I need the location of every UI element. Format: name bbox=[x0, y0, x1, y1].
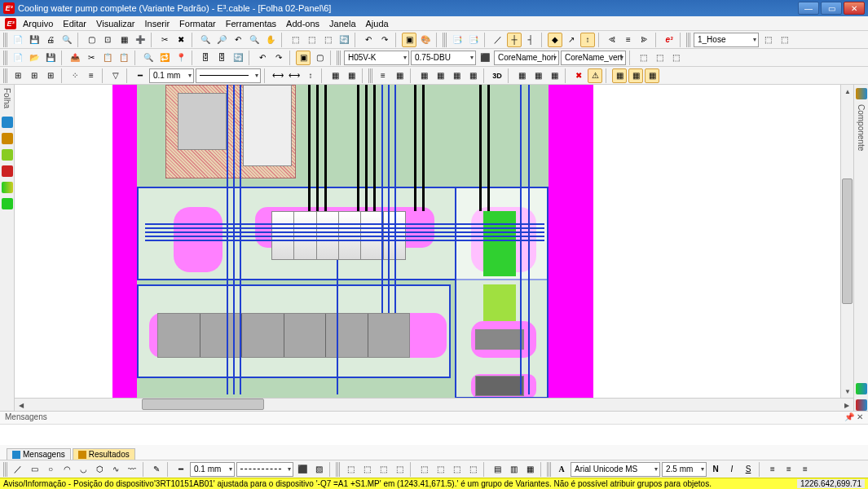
view-c-icon[interactable]: ▦ bbox=[416, 68, 431, 83]
print-preview-icon[interactable]: 🔍 bbox=[59, 33, 74, 47]
hose-b-icon[interactable]: ⬚ bbox=[777, 33, 791, 47]
cut-icon[interactable]: ✂ bbox=[157, 33, 172, 47]
toolbar-grip[interactable] bbox=[337, 51, 341, 65]
scrollbar-vertical[interactable]: ▲ ▼ bbox=[840, 85, 853, 398]
draw-arc-icon[interactable]: ◠ bbox=[59, 462, 74, 477]
line-width-dropdown[interactable]: 0.1 mm bbox=[149, 68, 194, 83]
paste-icon[interactable]: 📋 bbox=[117, 51, 131, 65]
align-c-icon[interactable]: ≡ bbox=[621, 33, 636, 47]
line-weight-icon[interactable]: ━ bbox=[133, 68, 148, 83]
dock-icon-cube-blue[interactable] bbox=[2, 117, 13, 128]
comp-b-icon[interactable]: ▦ bbox=[344, 68, 359, 83]
dim-b-icon[interactable]: ⟷ bbox=[287, 68, 302, 83]
wire-type-dropdown[interactable]: H05V-K bbox=[344, 51, 409, 65]
filter-icon[interactable]: ▽ bbox=[108, 68, 123, 83]
view-f-icon[interactable]: ▦ bbox=[465, 68, 480, 83]
toolbar-grip[interactable] bbox=[368, 68, 372, 83]
mode2-icon[interactable]: ▢ bbox=[312, 51, 327, 65]
dock-icon-cube-green[interactable] bbox=[2, 149, 13, 161]
e3-icon[interactable]: e³ bbox=[662, 33, 676, 47]
menu-janela[interactable]: Janela bbox=[329, 19, 355, 29]
dim-c-icon[interactable]: ↕ bbox=[303, 68, 318, 83]
font-dropdown[interactable]: Arial Unicode MS bbox=[571, 462, 660, 477]
undo-icon[interactable]: ↶ bbox=[361, 33, 376, 47]
scroll-up-icon[interactable]: ▲ bbox=[841, 85, 854, 98]
view-e-icon[interactable]: ▦ bbox=[449, 68, 464, 83]
dock-icon-3[interactable] bbox=[856, 399, 867, 411]
dock-icon-cube-red[interactable] bbox=[2, 165, 13, 177]
messages-close-icon[interactable]: ✕ bbox=[857, 412, 863, 421]
grid-c-icon[interactable]: ⊞ bbox=[43, 68, 58, 83]
group-a-icon[interactable]: ⬚ bbox=[343, 462, 358, 477]
edit-icon[interactable]: ✎ bbox=[149, 462, 164, 477]
draw-poly-icon[interactable]: ⬡ bbox=[92, 462, 107, 477]
wire-tool-c-icon[interactable]: ⬚ bbox=[668, 51, 683, 65]
cut2-icon[interactable]: ✂ bbox=[84, 51, 99, 65]
grid-b-icon[interactable]: ⊞ bbox=[27, 68, 42, 83]
bottom-line-style-dropdown[interactable] bbox=[236, 462, 293, 477]
line-icon[interactable]: ／ bbox=[491, 33, 505, 47]
print-icon[interactable]: 🖨 bbox=[43, 33, 58, 47]
right-dock-label[interactable]: Componente bbox=[857, 104, 866, 151]
toolbar-grip[interactable] bbox=[3, 68, 7, 83]
db-icon[interactable]: 🗄 bbox=[198, 51, 213, 65]
font-size-dropdown[interactable]: 2.5 mm bbox=[662, 462, 707, 477]
replace-icon[interactable]: 🔁 bbox=[157, 51, 172, 65]
dock-icon-comp[interactable] bbox=[856, 88, 867, 99]
select-mode-icon[interactable]: ▣ bbox=[402, 33, 416, 47]
file-save-icon[interactable]: 💾 bbox=[43, 51, 58, 65]
opt-c-icon[interactable]: ▦ bbox=[645, 68, 659, 83]
scroll-right-icon[interactable]: ▶ bbox=[840, 399, 853, 412]
order-a-icon[interactable]: ▤ bbox=[490, 462, 504, 477]
connector-icon[interactable]: ┼ bbox=[507, 33, 522, 47]
menu-arquivo[interactable]: Arquivo bbox=[23, 19, 53, 29]
scrollbar-horizontal[interactable]: ◀ ▶ bbox=[15, 398, 853, 411]
color-swatch-icon[interactable]: ⬛ bbox=[295, 462, 310, 477]
draw-circle-icon[interactable]: ○ bbox=[43, 462, 58, 477]
export-icon[interactable]: 📤 bbox=[68, 51, 82, 65]
dir-icon[interactable]: ↕ bbox=[580, 33, 595, 47]
messages-tab-mensagens[interactable]: Mensagens bbox=[7, 448, 71, 460]
toggle-b-icon[interactable]: ⬚ bbox=[304, 33, 319, 47]
del-icon[interactable]: ✖ bbox=[571, 68, 586, 83]
lw-icon[interactable]: ━ bbox=[174, 462, 188, 477]
grid-a-icon[interactable]: ⊞ bbox=[11, 68, 25, 83]
layer-c-icon[interactable]: ▦ bbox=[547, 68, 562, 83]
zoom-in-icon[interactable]: 🔍 bbox=[198, 33, 213, 47]
scroll-thumb-h[interactable] bbox=[142, 399, 264, 410]
text-icon[interactable]: A bbox=[554, 462, 569, 477]
grid-icon[interactable]: ▦ bbox=[117, 33, 131, 47]
left-dock-label[interactable]: Folha bbox=[2, 88, 11, 108]
hose-dropdown[interactable]: 1_Hose bbox=[694, 33, 759, 47]
undo2-icon[interactable]: ↶ bbox=[255, 51, 270, 65]
wire-tool-b-icon[interactable]: ⬚ bbox=[652, 51, 667, 65]
add-icon[interactable]: ➕ bbox=[133, 33, 148, 47]
bold-icon[interactable]: N bbox=[708, 462, 723, 477]
dock-icon-h[interactable] bbox=[2, 198, 13, 209]
minimize-button[interactable]: — bbox=[798, 2, 819, 15]
arrange-c-icon[interactable]: ⬚ bbox=[449, 462, 464, 477]
bottom-line-width-dropdown[interactable]: 0.1 mm bbox=[190, 462, 235, 477]
toggle-c-icon[interactable]: ⬚ bbox=[320, 33, 335, 47]
drawing-canvas[interactable] bbox=[15, 85, 840, 398]
toolbar-grip[interactable] bbox=[3, 33, 7, 47]
hose-a-icon[interactable]: ⬚ bbox=[760, 33, 775, 47]
underline-icon[interactable]: S bbox=[741, 462, 756, 477]
goto-icon[interactable]: 📍 bbox=[174, 51, 188, 65]
draw-rect-icon[interactable]: ▭ bbox=[27, 462, 42, 477]
menu-addons[interactable]: Add-ons bbox=[286, 19, 319, 29]
toolbar-grip[interactable] bbox=[3, 462, 7, 477]
arrange-d-icon[interactable]: ⬚ bbox=[465, 462, 480, 477]
group-b-icon[interactable]: ⬚ bbox=[359, 462, 374, 477]
delete-icon[interactable]: ✖ bbox=[174, 33, 188, 47]
messages-tab-resultados[interactable]: Resultados bbox=[73, 448, 135, 460]
messages-pin-icon[interactable]: 📌 bbox=[844, 412, 854, 421]
draw-arc2-icon[interactable]: ◡ bbox=[76, 462, 90, 477]
toolbar-grip[interactable] bbox=[336, 462, 340, 477]
file-new-icon[interactable]: 📄 bbox=[11, 51, 25, 65]
menu-editar[interactable]: Editar bbox=[63, 19, 86, 29]
refresh-icon[interactable]: 🔄 bbox=[337, 33, 351, 47]
window-new-icon[interactable]: ▢ bbox=[84, 33, 99, 47]
draw-spline-icon[interactable]: 〰 bbox=[125, 462, 139, 477]
arrow-icon[interactable]: ↗ bbox=[564, 33, 579, 47]
